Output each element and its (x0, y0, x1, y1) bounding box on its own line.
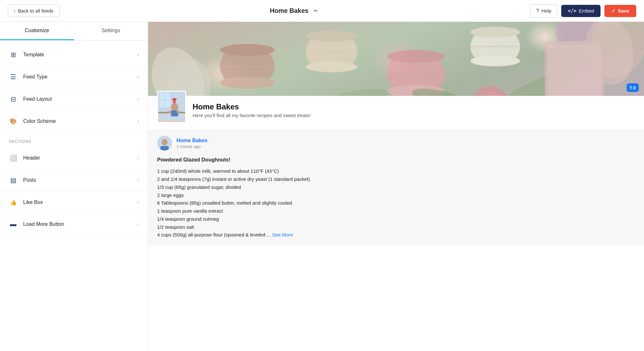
topbar: ‹ Back to all feeds Home Bakes ✏ ? Help … (0, 0, 644, 22)
topbar-right: ? Help </> Embed ✓ Save (530, 4, 636, 18)
arrow-left-icon: ‹ (14, 8, 15, 14)
ingredient-line-2: 2 and 1/4 teaspoons (7g) instant or acti… (157, 175, 635, 183)
sidebar-item-feed-type[interactable]: Feed Type › (0, 66, 148, 88)
profile-name: Home Bakes (193, 102, 310, 111)
color-scheme-label: Color Scheme (23, 118, 56, 124)
preview-area: f 0 (148, 22, 644, 351)
header-label: Header (23, 155, 40, 161)
post-author[interactable]: Home Bakes (176, 138, 207, 143)
svg-point-9 (387, 50, 445, 63)
feed-layout-label: Feed Layout (23, 96, 52, 102)
svg-point-43 (162, 139, 167, 145)
svg-point-2 (220, 77, 274, 88)
check-icon: ✓ (611, 8, 616, 14)
cover-image: f 0 (148, 22, 644, 96)
see-more-link[interactable]: See More (272, 232, 293, 237)
question-icon: ? (536, 8, 539, 14)
embed-label: Embed (579, 8, 594, 14)
feed-type-label: Feed Type (23, 74, 47, 80)
svg-point-38 (171, 103, 178, 112)
svg-point-6 (306, 61, 357, 72)
sidebar-item-feed-layout[interactable]: Feed Layout › (0, 88, 148, 110)
posts-label: Posts (23, 177, 36, 183)
template-label: Template (23, 52, 44, 58)
profile-description: Here you'll find all my favorite recipes… (193, 113, 310, 118)
sidebar-tabs: Customize Settings (0, 22, 148, 41)
pencil-icon: ✏ (314, 8, 318, 14)
sidebar: Customize Settings Template › Feed Type (0, 22, 148, 351)
svg-point-1 (220, 44, 274, 56)
chevron-right-icon: › (137, 155, 139, 161)
ingredient-line-5: 6 Tablespoons (85g) unsalted butter, mel… (157, 199, 635, 207)
like-box-icon (9, 199, 17, 206)
preview-content: f 0 (148, 22, 644, 351)
chevron-right-icon: › (137, 96, 139, 102)
ingredient-line-7: 1/4 teaspoon ground nutmeg (157, 215, 635, 223)
sidebar-item-posts[interactable]: Posts › (0, 169, 148, 191)
sections-label: SECTIONS (0, 132, 148, 147)
svg-rect-36 (172, 98, 176, 100)
post-content: Powdered Glazed Doughnuts! 1 cup (240ml)… (157, 156, 635, 239)
fb-count: 0 (633, 85, 636, 90)
post-header: Home Bakes 1 minute ago (157, 136, 635, 151)
main-layout: Customize Settings Template › Feed Type (0, 22, 644, 351)
cover-decorative-svg (148, 22, 644, 96)
post-section: Home Bakes 1 minute ago Powdered Glazed … (148, 129, 644, 245)
ingredient-line-6: 1 teaspoon pure vanilla extract (157, 207, 635, 215)
profile-section: Home Bakes Here you'll find all my favor… (148, 95, 644, 129)
back-button[interactable]: ‹ Back to all feeds (8, 5, 60, 17)
edit-feed-title-button[interactable]: ✏ (312, 6, 320, 16)
avatar-illustration (158, 91, 185, 122)
post-title: Powdered Glazed Doughnuts! (157, 156, 635, 164)
feed-layout-icon (9, 95, 17, 103)
code-icon: </> (568, 8, 576, 14)
post-meta: Home Bakes 1 minute ago (176, 138, 207, 149)
save-button[interactable]: ✓ Save (604, 5, 636, 17)
tab-customize[interactable]: Customize (0, 22, 74, 40)
topbar-left: ‹ Back to all feeds (8, 5, 60, 17)
chevron-right-icon: › (137, 199, 139, 205)
load-more-label: Load More Button (23, 221, 64, 227)
profile-avatar (157, 91, 186, 123)
color-scheme-icon (9, 117, 17, 125)
sidebar-item-like-box[interactable]: Like Box › (0, 191, 148, 213)
profile-info: Home Bakes Here you'll find all my favor… (193, 100, 310, 118)
ingredient-line-9: 4 cups (500g) all-purpose flour (spooned… (157, 231, 635, 239)
svg-rect-30 (548, 44, 601, 96)
post-ingredients: 1 cup (240ml) whole milk, warmed to abou… (157, 167, 635, 239)
tab-settings[interactable]: Settings (74, 22, 148, 40)
sidebar-item-header[interactable]: Header › (0, 147, 148, 169)
save-label: Save (618, 8, 629, 14)
embed-button[interactable]: </> Embed (561, 5, 601, 17)
help-button[interactable]: ? Help (530, 4, 557, 18)
ingredient-line-4: 2 large eggs (157, 191, 635, 199)
like-box-label: Like Box (23, 199, 43, 205)
chevron-right-icon: › (137, 52, 139, 58)
svg-point-5 (306, 31, 357, 42)
ingredient-line-1: 1 cup (240ml) whole milk, warmed to abou… (157, 167, 635, 175)
svg-rect-44 (160, 146, 169, 151)
facebook-badge[interactable]: f 0 (627, 83, 639, 92)
template-icon (9, 51, 17, 59)
topbar-center: Home Bakes ✏ (270, 6, 320, 16)
sidebar-item-template[interactable]: Template › (0, 44, 148, 66)
sidebar-item-color-scheme[interactable]: Color Scheme › (0, 110, 148, 132)
svg-point-26 (323, 85, 390, 96)
post-avatar (157, 136, 172, 151)
ingredient-line-3: 1/3 cup (65g) granulated sugar, divided (157, 183, 635, 191)
back-button-label: Back to all feeds (18, 8, 53, 14)
sidebar-item-load-more[interactable]: Load More Button › (0, 213, 148, 235)
post-time: 1 minute ago (176, 144, 207, 149)
ingredient-line-8: 1/2 teaspoon salt (157, 223, 635, 231)
chevron-right-icon: › (137, 74, 139, 80)
help-label: Help (541, 8, 551, 14)
load-more-icon (9, 220, 17, 228)
chevron-right-icon: › (137, 118, 139, 124)
feed-type-icon (9, 73, 17, 81)
posts-icon (9, 176, 17, 184)
chevron-right-icon: › (137, 221, 139, 227)
chevron-right-icon: › (137, 177, 139, 183)
svg-point-13 (470, 27, 520, 38)
header-icon (9, 154, 17, 162)
fb-icon: f (630, 85, 631, 90)
